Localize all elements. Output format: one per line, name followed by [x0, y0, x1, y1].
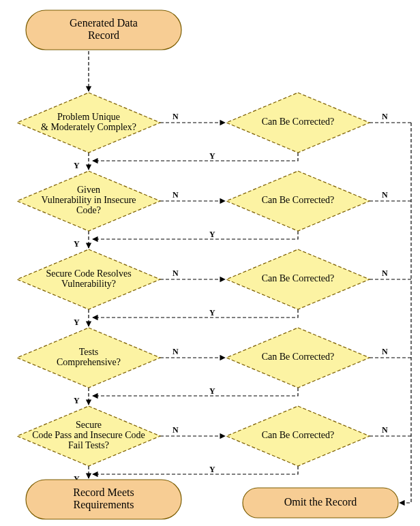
label-n-correct-pass-fail: N [382, 425, 388, 435]
correct-vuln-present-text: Can Be Corrected? [262, 195, 335, 205]
label-n-correct-vuln-present: N [382, 190, 388, 200]
correct-tests-text: Can Be Corrected? [262, 352, 335, 362]
label-y-correct-pass-fail: Y [209, 465, 215, 474]
label-y-check-unique: Y [74, 161, 80, 170]
edge-y-correct-vuln-present [93, 231, 298, 239]
start-record-text: Record [88, 29, 119, 41]
label-n-check-secure-resolves: N [172, 268, 179, 278]
label-n-check-unique: N [172, 112, 179, 121]
check-tests-text: Comprehensive? [57, 357, 121, 367]
accept-record-text: Record Meets [73, 486, 134, 498]
check-vuln-present-text: Code? [76, 205, 101, 215]
correct-unique-text: Can Be Corrected? [262, 117, 335, 127]
check-pass-fail-text: Code Pass and Insecure Code [32, 430, 145, 440]
label-n-correct-secure-resolves: N [382, 268, 388, 278]
check-vuln-present-text: Given [77, 185, 100, 195]
check-unique-text: Problem Unique [57, 112, 120, 122]
check-unique-text: & Moderately Complex? [41, 122, 136, 132]
label-n-correct-tests: N [382, 347, 388, 356]
label-n-correct-unique: N [382, 112, 388, 121]
label-y-check-vuln-present: Y [74, 239, 80, 249]
label-n-check-tests: N [172, 347, 179, 356]
flowchart: Generated DataRecordProblem Unique& Mode… [0, 0, 420, 526]
label-y-correct-unique: Y [209, 151, 215, 161]
edge-spine-omit [400, 123, 411, 503]
check-secure-resolves-text: Secure Code Resolves [46, 268, 131, 279]
check-tests-text: Tests [79, 347, 99, 357]
label-y-correct-tests: Y [209, 386, 215, 396]
edge-y-correct-secure-resolves [93, 309, 298, 318]
label-n-check-pass-fail: N [172, 425, 179, 435]
check-pass-fail-text: Secure [76, 420, 102, 430]
edge-y-correct-tests [93, 388, 298, 396]
edge-y-correct-unique [93, 153, 298, 161]
label-y-check-tests: Y [74, 396, 80, 405]
check-secure-resolves-text: Vulnerability? [61, 279, 116, 289]
edge-y-correct-pass-fail [93, 466, 298, 474]
label-y-correct-secure-resolves: Y [209, 308, 215, 318]
label-y-check-secure-resolves: Y [74, 318, 80, 327]
label-n-check-vuln-present: N [172, 190, 179, 200]
correct-pass-fail-text: Can Be Corrected? [262, 430, 335, 440]
label-y-correct-vuln-present: Y [209, 230, 215, 239]
reject-record-text: Omit the Record [284, 496, 357, 508]
accept-record-text: Requirements [74, 499, 134, 511]
correct-secure-resolves-text: Can Be Corrected? [262, 273, 335, 283]
check-pass-fail-text: Fail Tests? [68, 440, 109, 450]
start-record-text: Generated Data [70, 17, 138, 29]
check-vuln-present-text: Vulnerability in Insecure [41, 195, 136, 205]
